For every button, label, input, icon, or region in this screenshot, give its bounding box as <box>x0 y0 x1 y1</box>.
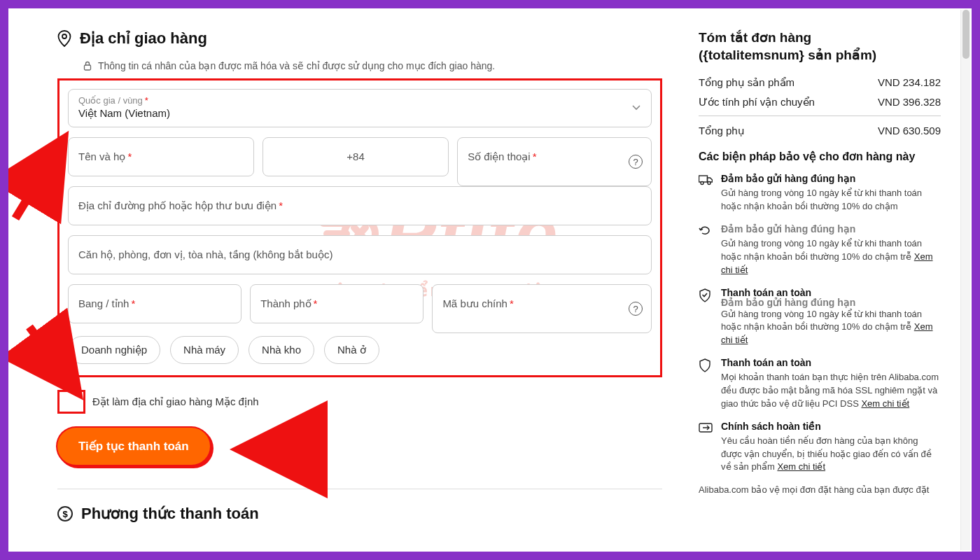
payment-section-header: $ Phương thức thanh toán <box>57 505 662 523</box>
payment-title: Phương thức thanh toán <box>81 505 259 523</box>
country-select[interactable]: Quốc gia / vùng* Việt Nam (Vietnam) <box>68 89 652 127</box>
detail-link[interactable]: Xem chi tiết <box>861 398 909 409</box>
help-icon[interactable]: ? <box>629 155 643 169</box>
street-input[interactable]: Địa chỉ đường phố hoặc hộp thư bưu điện* <box>68 186 652 225</box>
phone-input[interactable]: Số điện thoại* ? <box>457 137 652 186</box>
apartment-input[interactable]: Căn hộ, phòng, đơn vị, tòa nhà, tầng (kh… <box>68 235 652 274</box>
chevron-down-icon <box>631 102 641 115</box>
protection-heading: Các biện pháp bảo vệ cho đơn hàng này <box>699 150 941 163</box>
dollar-icon: $ <box>57 506 73 522</box>
svg-point-1 <box>62 34 66 38</box>
protection-item: Đảm bảo gửi hàng đúng hạn Gửi hàng trong… <box>699 173 941 214</box>
summary-title: Tóm tắt đơn hàng ({totalitemsnum} sản ph… <box>699 29 941 64</box>
address-type-chips: Doanh nghiệp Nhà máy Nhà kho Nhà ở <box>68 336 652 364</box>
truck-icon <box>699 173 713 214</box>
state-input[interactable]: Bang / tỉnh* <box>68 284 241 323</box>
continue-checkout-button[interactable]: Tiếp tục thanh toán <box>57 428 210 465</box>
chip-business[interactable]: Doanh nghiệp <box>68 336 160 364</box>
svg-rect-2 <box>85 65 91 70</box>
postal-input[interactable]: Mã bưu chính* ? <box>432 284 652 333</box>
lock-icon <box>83 61 92 71</box>
city-input[interactable]: Thành phố* <box>250 284 424 323</box>
return-icon <box>699 223 713 277</box>
refund-icon <box>699 421 713 475</box>
summary-subtotal-row: Tổng phụ sản phẩm VND 234.182 <box>699 76 941 89</box>
chip-factory[interactable]: Nhà máy <box>170 336 239 364</box>
help-icon[interactable]: ? <box>629 302 643 316</box>
detail-link[interactable]: Xem chi tiết <box>777 461 825 472</box>
svg-point-4 <box>701 182 704 185</box>
svg-rect-3 <box>699 176 708 182</box>
protection-footnote: Alibaba.com bảo vệ mọi đơn đặt hàng của … <box>699 484 941 496</box>
summary-divider <box>699 115 941 116</box>
shield-icon <box>699 357 713 411</box>
protection-item: Chính sách hoàn tiền Yêu cầu hoàn tiền n… <box>699 421 941 475</box>
vertical-scrollbar[interactable] <box>960 10 970 550</box>
section-divider <box>57 489 662 489</box>
summary-shipping-row: Ước tính phí vận chuyển VND 396.328 <box>699 96 941 108</box>
shipping-title: Địa chỉ giao hàng <box>80 29 207 48</box>
default-address-checkbox[interactable] <box>57 390 85 414</box>
phone-prefix[interactable]: +84 <box>262 137 449 176</box>
chip-home[interactable]: Nhà ở <box>324 336 379 364</box>
protection-item: Đảm bảo gửi hàng đúng hạn Gửi hàng trong… <box>699 223 941 277</box>
protection-item: Thanh toán an toàn Mọi khoản thanh toán … <box>699 357 941 411</box>
shipping-form-highlight: Quốc gia / vùng* Việt Nam (Vietnam) Tên … <box>57 78 662 377</box>
fullname-input[interactable]: Tên và họ* <box>68 137 254 176</box>
protection-item: Thanh toán an toàn Đảm bảo gửi hàng đúng… <box>699 287 941 348</box>
chip-warehouse[interactable]: Nhà kho <box>248 336 314 364</box>
app-frame: Ptite Vận Chuyển Trung Việt Địa chỉ giao… <box>8 8 972 552</box>
shipping-section-header: Địa chỉ giao hàng <box>57 29 662 48</box>
svg-point-5 <box>708 182 710 185</box>
location-pin-icon <box>57 30 71 47</box>
privacy-note: Thông tin cá nhân của bạn được mã hóa và… <box>83 60 662 71</box>
default-address-label: Đặt làm địa chỉ giao hàng Mặc định <box>92 396 259 408</box>
order-summary-panel: Tóm tắt đơn hàng ({totalitemsnum} sản ph… <box>699 29 941 536</box>
scrollbar-thumb[interactable] <box>962 10 969 59</box>
summary-total-row: Tổng phụ VND 630.509 <box>699 125 941 137</box>
shield-check-icon <box>699 287 713 348</box>
